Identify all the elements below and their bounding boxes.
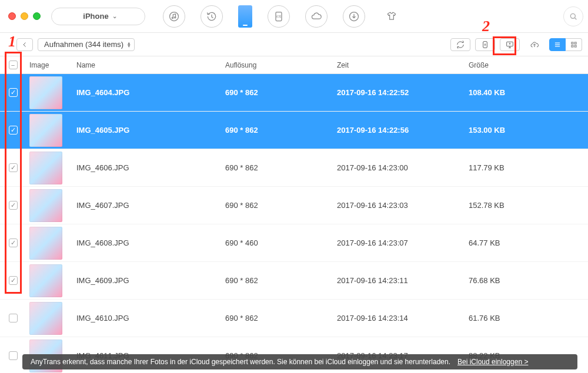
svg-rect-16 [574,45,576,47]
category-toolbar: iOS [163,5,403,28]
svg-rect-15 [571,45,573,47]
folder-selector[interactable]: Aufnahmen (344 items) ▴▾ [38,38,135,51]
file-resolution: 690 * 862 [225,314,258,322]
file-size: 117.79 KB [469,163,505,172]
file-name: IMG_4606.JPG [76,163,129,172]
chevron-down-icon: ⌄ [112,13,117,19]
icloud-category-button[interactable] [305,5,328,28]
folder-label: Aufnahmen (344 items) [44,40,123,49]
file-time: 2017-09-16 14:22:52 [337,88,409,97]
row-checkbox[interactable] [9,163,18,172]
file-name: IMG_4607.JPG [76,201,129,210]
file-time: 2017-09-16 14:22:56 [337,126,409,135]
thumbnail [29,227,62,260]
device-label: iPhone [83,12,108,21]
table-header: Image Name Auflösung Zeit Größe [0,56,588,74]
row-checkbox[interactable] [9,314,18,322]
ios-category-button[interactable]: iOS [268,5,290,28]
row-checkbox[interactable] [9,238,18,247]
file-time: 2017-09-16 14:23:07 [337,238,408,247]
thumbnail [29,302,62,335]
table-row[interactable]: IMG_4608.JPG690 * 4602017-09-16 14:23:07… [0,224,588,262]
table-row[interactable]: IMG_4609.JPG690 * 8622017-09-16 14:23:11… [0,262,588,300]
file-name: IMG_4610.JPG [76,314,129,322]
thumbnail [29,189,62,222]
list-view-button[interactable] [549,38,566,51]
file-name: IMG_4609.JPG [76,276,129,285]
file-size: 108.40 KB [469,88,505,97]
column-resolution[interactable]: Auflösung [225,61,337,69]
device-category-button[interactable] [238,5,252,28]
table-row[interactable]: IMG_4606.JPG690 * 8622017-09-16 14:23:00… [0,149,588,187]
stepper-icon: ▴▾ [128,42,131,48]
upload-to-cloud-button[interactable] [524,38,544,51]
svg-text:iOS: iOS [276,14,282,18]
file-name: IMG_4605.JPG [76,126,129,135]
send-to-pc-button[interactable] [500,38,520,51]
device-selector[interactable]: iPhone ⌄ [51,8,145,25]
music-category-button[interactable] [163,5,185,28]
action-bar: Aufnahmen (344 items) ▴▾ [0,33,588,56]
file-resolution: 690 * 862 [225,201,258,210]
row-checkbox[interactable] [9,126,18,135]
file-time: 2017-09-16 14:23:14 [337,314,408,322]
table-row[interactable]: IMG_4605.JPG690 * 8622017-09-16 14:22:56… [0,112,588,149]
row-checkbox[interactable] [9,88,18,97]
top-toolbar: iPhone ⌄ iOS [0,0,588,33]
refresh-button[interactable] [450,38,470,51]
svg-rect-13 [571,42,573,43]
file-resolution: 690 * 862 [225,126,258,135]
window-controls [8,12,41,20]
send-to-device-button[interactable] [475,38,495,51]
file-name: IMG_4608.JPG [76,238,129,247]
file-size: 153.00 KB [469,126,505,135]
back-button[interactable] [16,38,33,51]
tshirt-category-button[interactable] [380,5,403,28]
file-resolution: 690 * 862 [225,276,258,285]
minimize-window-button[interactable] [21,12,28,20]
file-resolution: 690 * 460 [225,238,258,247]
thumbnail [29,114,62,147]
column-image[interactable]: Image [26,61,69,69]
thumbnail [29,152,62,184]
zoom-window-button[interactable] [33,12,41,20]
file-size: 61.76 KB [469,314,500,322]
select-all-checkbox[interactable] [9,61,18,69]
table-row[interactable]: IMG_4610.JPG690 * 8622017-09-16 14:23:14… [0,300,588,337]
grid-view-button[interactable] [566,38,582,51]
svg-point-6 [570,14,575,18]
download-category-button[interactable] [343,5,365,28]
file-name: IMG_4604.JPG [76,88,129,97]
thumbnail [29,264,62,297]
search-button[interactable] [563,6,583,26]
file-size: 76.68 KB [469,276,500,285]
svg-line-7 [574,18,576,19]
table-row[interactable]: IMG_4604.JPG690 * 8622017-09-16 14:22:52… [0,74,588,112]
banner-text: AnyTrans erkennt, dass manche Ihrer Foto… [31,358,450,366]
file-time: 2017-09-16 14:23:11 [337,276,408,285]
row-checkbox[interactable] [9,276,18,285]
table-body: IMG_4604.JPG690 * 8622017-09-16 14:22:52… [0,74,588,373]
table-row[interactable]: IMG_4607.JPG690 * 8622017-09-16 14:23:03… [0,187,588,224]
svg-point-0 [170,12,179,21]
file-size: 64.77 KB [469,238,500,247]
svg-rect-14 [574,42,576,43]
file-size: 152.78 KB [469,201,505,210]
column-size[interactable]: Größe [469,61,588,69]
view-toggle [549,38,582,51]
svg-point-2 [175,16,176,18]
row-checkbox[interactable] [9,201,18,210]
file-resolution: 690 * 862 [225,88,258,97]
thumbnail [29,76,62,109]
history-category-button[interactable] [201,5,223,28]
row-checkbox[interactable] [9,351,18,360]
svg-point-1 [172,17,173,18]
file-time: 2017-09-16 14:23:03 [337,201,408,210]
file-time: 2017-09-16 14:23:00 [337,163,408,172]
banner-link[interactable]: Bei iCloud einloggen > [457,358,528,366]
column-name[interactable]: Name [69,61,225,69]
icloud-banner: AnyTrans erkennt, dass manche Ihrer Foto… [22,354,577,369]
column-time[interactable]: Zeit [337,61,469,69]
close-window-button[interactable] [8,12,16,20]
file-resolution: 690 * 862 [225,163,258,172]
